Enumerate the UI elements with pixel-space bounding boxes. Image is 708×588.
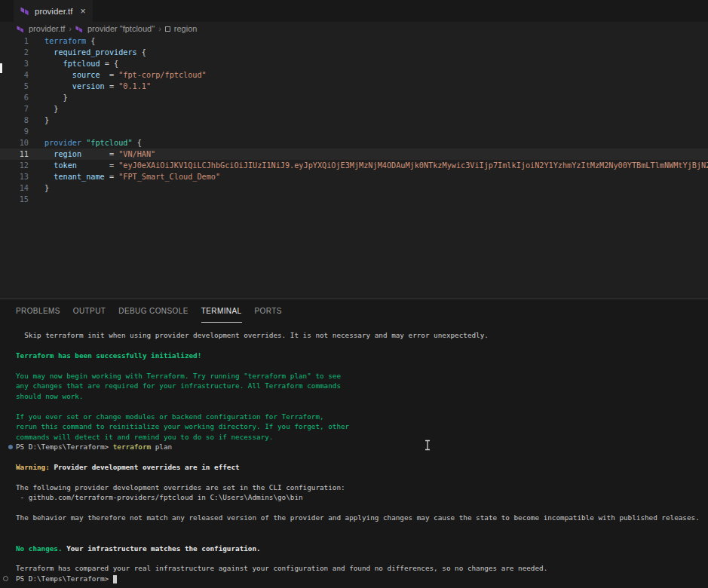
code-line[interactable]: 9 [0, 126, 708, 137]
editor[interactable]: 1terraform {2 required_providers {3 fptc… [0, 35, 708, 299]
code-text: } [44, 115, 49, 126]
line-number: 10 [0, 137, 29, 149]
terminal-line [16, 452, 708, 461]
terminal-line [16, 553, 708, 563]
terminal-line: Terraform has compared your real infrast… [16, 563, 708, 573]
code-text: fptcloud = { [44, 58, 118, 69]
terminal-cursor [113, 575, 118, 583]
terminal-line: If you ever set or change modules or bac… [16, 412, 708, 421]
breadcrumb-item-file[interactable]: provider.tf [29, 24, 65, 33]
breadcrumb: provider.tf › provider "fptcloud" › regi… [0, 22, 708, 35]
terminal-line [16, 472, 708, 482]
terminal-line: rerun this command to reinitialize your … [16, 421, 708, 431]
code-text: tenant_name = "FPT_Smart_Cloud_Demo" [44, 171, 220, 182]
terminal-line: PS D:\Temps\Terraform> [16, 574, 708, 583]
line-number: 8 [0, 115, 29, 126]
code-text: terraform { [44, 35, 95, 47]
panel-tab-bar: PROBLEMS OUTPUT DEBUG CONSOLE TERMINAL P… [0, 299, 708, 323]
line-number: 7 [0, 103, 29, 115]
code-text: source = "fpt-corp/fptcloud" [44, 69, 207, 81]
code-line[interactable]: 3 fptcloud = { [0, 58, 708, 69]
terminal-line: PS D:\Temps\Terraform> terraform plan [16, 442, 708, 452]
command-decoration-icon[interactable] [3, 576, 8, 581]
vscode-window: provider.tf × provider.tf › provider "fp… [0, 0, 708, 35]
line-number: 3 [0, 58, 29, 69]
code-line[interactable]: 5 version = "0.1.1" [0, 81, 708, 92]
terraform-icon [75, 25, 84, 33]
terminal-line: - github.com/terraform-providers/fptclou… [16, 492, 708, 502]
activity-bar-indicator [0, 63, 2, 73]
line-number: 14 [0, 182, 29, 194]
tab-provider-tf[interactable]: provider.tf × [14, 0, 93, 22]
code-text [44, 126, 49, 137]
code-line[interactable]: 13 tenant_name = "FPT_Smart_Cloud_Demo" [0, 171, 708, 182]
code-text [44, 194, 49, 205]
line-number: 11 [0, 149, 29, 160]
line-number: 4 [0, 69, 29, 81]
line-number: 1 [0, 35, 29, 47]
line-number: 6 [0, 92, 29, 103]
editor-tab-bar: provider.tf × [0, 0, 708, 22]
terminal-line [16, 401, 708, 411]
terminal-line [16, 523, 708, 533]
code-text: provider "fptcloud" { [44, 137, 142, 149]
terminal-content: Skip terraform init when using provider … [16, 330, 708, 583]
terminal-line [16, 360, 708, 370]
tab-terminal[interactable]: TERMINAL [201, 299, 242, 323]
line-number: 13 [0, 171, 29, 182]
chevron-right-icon: › [158, 24, 161, 33]
terminal-line: The behavior may therefore not match any… [16, 513, 708, 522]
command-decoration-icon[interactable] [8, 445, 13, 449]
code-text: } [44, 182, 49, 194]
code-text: } [44, 103, 58, 115]
line-number: 12 [0, 160, 29, 171]
terminal-line: any changes that are required for your i… [16, 381, 708, 390]
code-text: } [44, 92, 68, 103]
code-line[interactable]: 15 [0, 194, 708, 205]
code-text: region = "VN/HAN" [44, 149, 155, 160]
code-line[interactable]: 8} [0, 115, 708, 126]
terminal-line [16, 340, 708, 350]
close-icon[interactable]: × [81, 6, 86, 17]
chevron-right-icon: › [69, 24, 72, 33]
tab-output[interactable]: OUTPUT [73, 299, 106, 323]
code-line[interactable]: 1terraform { [0, 35, 708, 47]
terminal-line: No changes. Your infrastructure matches … [16, 544, 708, 553]
code-text: version = "0.1.1" [44, 81, 151, 92]
line-number: 15 [0, 194, 29, 205]
terraform-icon [20, 6, 30, 16]
terminal[interactable]: Skip terraform init when using provider … [0, 323, 708, 588]
code-line[interactable]: 6 } [0, 92, 708, 103]
terminal-line: The following provider development overr… [16, 482, 708, 492]
tab-debug-console[interactable]: DEBUG CONSOLE [118, 299, 188, 323]
tab-ports[interactable]: PORTS [255, 299, 282, 323]
bottom-panel: PROBLEMS OUTPUT DEBUG CONSOLE TERMINAL P… [0, 299, 708, 588]
breadcrumb-item-region[interactable]: region [174, 24, 198, 33]
code-line[interactable]: 7 } [0, 103, 708, 115]
tab-problems[interactable]: PROBLEMS [16, 299, 60, 323]
editor-lines: 1terraform {2 required_providers {3 fptc… [0, 35, 708, 205]
symbol-field-icon [165, 26, 170, 32]
code-line[interactable]: 2 required_providers { [0, 47, 708, 58]
terminal-line: Warning: Provider development overrides … [16, 462, 708, 472]
code-line[interactable]: 12 token = "eyJ0eXAiOiJKV1QiLCJhbGciOiJI… [0, 160, 708, 171]
terminal-line: should now work. [16, 391, 708, 401]
breadcrumb-item-provider[interactable]: provider "fptcloud" [87, 24, 155, 33]
mouse-cursor-ibeam [424, 439, 431, 451]
code-line[interactable]: 4 source = "fpt-corp/fptcloud" [0, 69, 708, 81]
terminal-line [16, 533, 708, 543]
code-line[interactable]: 14} [0, 182, 708, 194]
tab-label: provider.tf [35, 7, 73, 16]
terminal-line: Terraform has been successfully initiali… [16, 351, 708, 360]
line-number: 9 [0, 126, 29, 137]
code-line[interactable]: 11 region = "VN/HAN" [0, 149, 708, 160]
terminal-line: Skip terraform init when using provider … [16, 330, 708, 340]
code-text: token = "eyJ0eXAiOiJKV1QiLCJhbGciOiJIUzI… [44, 160, 708, 171]
terminal-line [16, 503, 708, 513]
code-text: required_providers { [44, 47, 146, 58]
terminal-line: You may now begin working with Terraform… [16, 371, 708, 381]
code-line[interactable]: 10provider "fptcloud" { [0, 137, 708, 149]
line-number: 2 [0, 47, 29, 58]
terraform-icon [17, 25, 25, 33]
line-number: 5 [0, 81, 29, 92]
